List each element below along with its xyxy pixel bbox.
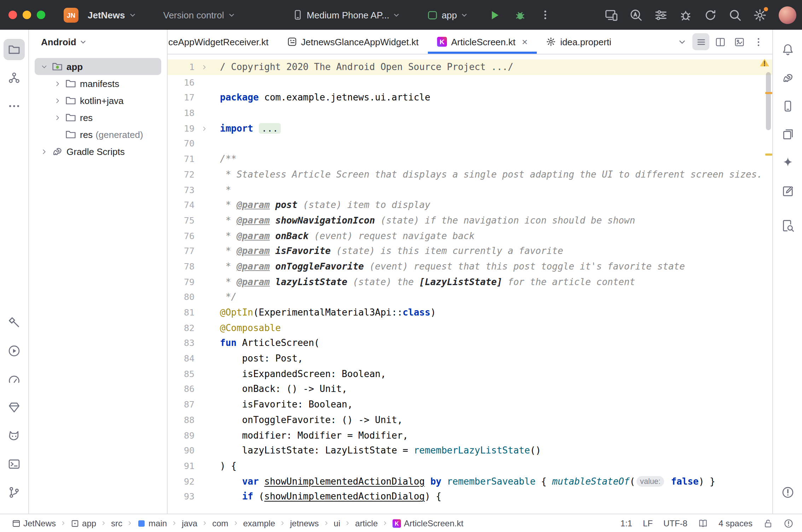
preview-button[interactable] <box>731 33 748 50</box>
breadcrumb-main[interactable]: main <box>135 517 169 529</box>
problems-tool-button[interactable] <box>777 482 798 503</box>
user-avatar[interactable] <box>779 6 796 24</box>
line-number[interactable]: 18 <box>168 105 194 121</box>
gemini-tool-button[interactable] <box>777 152 798 173</box>
resource-manager-tool-button[interactable] <box>4 67 25 88</box>
breadcrumb-article[interactable]: article <box>353 517 380 529</box>
line-number[interactable]: 86 <box>168 382 194 397</box>
line-separator[interactable]: LF <box>643 518 653 528</box>
breadcrumb-java[interactable]: java <box>180 517 199 529</box>
line-number[interactable]: 17 <box>168 90 194 105</box>
chevron-right-icon[interactable] <box>52 79 62 88</box>
tab-ceappwidgetreceiver-kt[interactable]: ceAppWidgetReceiver.kt <box>168 30 278 54</box>
layout-inspector-tool-button[interactable] <box>777 180 798 202</box>
tree-item-app[interactable]: app <box>35 58 161 75</box>
close-tab-icon[interactable]: × <box>522 37 528 47</box>
line-number[interactable]: 77 <box>168 244 194 259</box>
line-number[interactable]: 70 <box>168 136 194 151</box>
indent-setting[interactable]: 4 spaces <box>719 518 752 528</box>
chevron-down-icon[interactable] <box>39 62 49 71</box>
device-manager-button[interactable] <box>603 6 621 24</box>
line-number[interactable]: 16 <box>168 75 194 90</box>
scrollbar-warning-mark[interactable] <box>765 154 772 156</box>
split-editor-button[interactable] <box>711 33 728 50</box>
chevron-right-icon[interactable] <box>52 96 62 105</box>
zoom-window-button[interactable] <box>37 11 45 19</box>
project-tool-button[interactable] <box>4 39 25 60</box>
attach-debugger-button[interactable] <box>677 6 695 24</box>
run-button[interactable] <box>485 6 504 24</box>
run-configuration-button[interactable]: app <box>423 7 472 23</box>
tree-item-kotlin-java[interactable]: kotlin+java <box>35 92 161 109</box>
chevron-right-icon[interactable] <box>39 146 49 156</box>
build-variants-button[interactable] <box>652 6 670 24</box>
inspection-highlights-icon[interactable] <box>784 518 794 528</box>
minimize-window-button[interactable] <box>23 11 31 19</box>
project-view-selector[interactable]: Android <box>29 30 167 54</box>
scrollbar-warning-mark[interactable] <box>765 92 772 94</box>
fold-region-icon[interactable] <box>194 121 214 136</box>
chevron-right-icon[interactable] <box>52 112 62 122</box>
tree-item-res-generated[interactable]: res(generated) <box>35 126 161 143</box>
line-number[interactable]: 74 <box>168 197 194 213</box>
settings-button[interactable] <box>751 6 769 24</box>
tree-item-res[interactable]: res <box>35 109 161 126</box>
run-tool-button[interactable] <box>4 340 25 362</box>
device-explorer-tool-button[interactable] <box>777 124 798 145</box>
line-number[interactable]: 72 <box>168 167 194 182</box>
fold-region-icon[interactable] <box>194 59 214 75</box>
line-number[interactable]: 83 <box>168 336 194 351</box>
more-actions-button[interactable] <box>536 6 554 24</box>
tree-item-gradle-scripts[interactable]: Gradle Scripts <box>35 143 161 160</box>
line-number[interactable]: 82 <box>168 320 194 335</box>
line-number[interactable]: 89 <box>168 428 194 443</box>
line-number[interactable]: 71 <box>168 151 194 167</box>
project-menu-button[interactable]: JetNews <box>83 7 141 23</box>
line-number[interactable]: 90 <box>168 443 194 458</box>
close-window-button[interactable] <box>8 11 17 19</box>
hidden-tabs-button[interactable] <box>673 33 690 50</box>
line-number[interactable]: 78 <box>168 259 194 274</box>
terminal-tool-button[interactable] <box>4 453 25 475</box>
tab-jetnewsglanceappwidget-kt[interactable]: JetnewsGlanceAppWidget.kt <box>278 30 428 54</box>
line-number[interactable]: 80 <box>168 290 194 305</box>
breadcrumb-app[interactable]: app <box>69 517 98 529</box>
line-number[interactable]: 1 <box>168 59 194 75</box>
tab-idea-properti[interactable]: idea.properti <box>537 30 621 54</box>
inspections-warning-icon[interactable] <box>760 58 769 69</box>
debug-button[interactable] <box>511 6 529 24</box>
breadcrumb-articlescreen-kt[interactable]: KArticleScreen.kt <box>390 517 465 529</box>
tab-articlescreen-kt[interactable]: KArticleScreen.kt× <box>428 30 537 54</box>
cursor-position[interactable]: 1:1 <box>621 518 632 528</box>
app-insights-tool-button[interactable] <box>777 215 798 236</box>
line-number[interactable]: 76 <box>168 228 194 243</box>
gradle-sync-button[interactable] <box>702 6 720 24</box>
breadcrumb-example[interactable]: example <box>241 517 278 529</box>
line-number[interactable]: 88 <box>168 412 194 428</box>
line-number[interactable]: 19 <box>168 121 194 136</box>
tree-item-manifests[interactable]: manifests <box>35 75 161 92</box>
line-number[interactable]: 75 <box>168 213 194 228</box>
file-encoding[interactable]: UTF-8 <box>663 518 687 528</box>
line-number[interactable]: 73 <box>168 182 194 197</box>
breadcrumb-jetnews[interactable]: jetnews <box>288 517 321 529</box>
line-number[interactable]: 79 <box>168 274 194 289</box>
editor-options-button[interactable] <box>750 33 767 50</box>
editor-list-view-button[interactable] <box>692 33 709 50</box>
version-control-tool-button[interactable] <box>4 482 25 503</box>
inspect-code-button[interactable] <box>627 6 646 24</box>
breadcrumb-jetnews[interactable]: JetNews <box>10 517 58 529</box>
line-number[interactable]: 91 <box>168 458 194 474</box>
vcs-menu-button[interactable]: Version control <box>159 7 240 23</box>
breadcrumb-com[interactable]: com <box>210 517 230 529</box>
notifications-tool-button[interactable] <box>777 39 798 60</box>
reader-mode-icon[interactable] <box>698 518 708 528</box>
search-everywhere-button[interactable] <box>726 6 745 24</box>
code-editor[interactable]: 1/ Copyright 2020 The Android Open Sourc… <box>168 54 772 514</box>
breadcrumb-ui[interactable]: ui <box>332 517 343 529</box>
line-number[interactable]: 87 <box>168 397 194 412</box>
breadcrumb-src[interactable]: src <box>109 517 124 529</box>
logcat-tool-button[interactable] <box>4 425 25 446</box>
device-manager-tool-button[interactable] <box>777 96 798 117</box>
line-number[interactable]: 81 <box>168 305 194 320</box>
